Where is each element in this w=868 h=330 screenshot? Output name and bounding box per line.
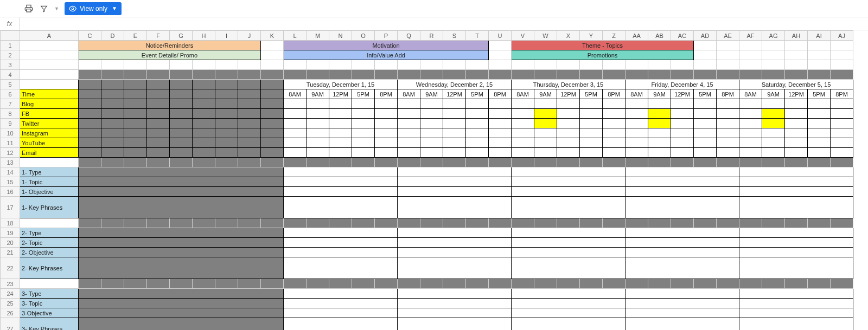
- cell[interactable]: [352, 119, 375, 128]
- cell[interactable]: [534, 158, 557, 167]
- cell[interactable]: [329, 99, 352, 109]
- cell[interactable]: [512, 138, 534, 148]
- row-header[interactable]: 7: [1, 99, 20, 109]
- cell[interactable]: [238, 89, 261, 99]
- legend-event[interactable]: Event Details/ Promo: [79, 50, 261, 60]
- time-slot[interactable]: 9AM: [420, 89, 443, 99]
- cell[interactable]: [79, 109, 101, 119]
- cell[interactable]: [193, 109, 215, 119]
- cell[interactable]: [170, 158, 193, 167]
- meta-cell[interactable]: [739, 299, 853, 308]
- cell[interactable]: [398, 138, 420, 148]
- cell[interactable]: [831, 279, 853, 289]
- cell[interactable]: [261, 89, 284, 99]
- cell[interactable]: [808, 148, 831, 158]
- time-slot[interactable]: 12PM: [443, 89, 466, 99]
- col-header[interactable]: AI: [808, 31, 831, 41]
- cell[interactable]: [79, 158, 101, 167]
- meta-cell[interactable]: [626, 248, 739, 257]
- time-slot[interactable]: 8PM: [603, 89, 626, 99]
- cell[interactable]: [694, 70, 717, 80]
- cell[interactable]: [443, 119, 466, 128]
- cell[interactable]: [193, 99, 215, 109]
- cell[interactable]: [557, 158, 580, 167]
- cell[interactable]: [762, 119, 785, 128]
- cell[interactable]: [626, 158, 648, 167]
- meta-cell[interactable]: [398, 238, 512, 248]
- cell[interactable]: [193, 148, 215, 158]
- cell[interactable]: [147, 218, 170, 228]
- cell[interactable]: [79, 148, 101, 158]
- cell[interactable]: [215, 279, 238, 289]
- cell[interactable]: [193, 70, 215, 80]
- cell[interactable]: [603, 138, 626, 148]
- gray-block[interactable]: [79, 289, 284, 299]
- cell[interactable]: [261, 148, 284, 158]
- cell[interactable]: [762, 138, 785, 148]
- day-header[interactable]: Saturday, December 5, 15: [739, 80, 853, 89]
- meta-cell[interactable]: [284, 308, 398, 318]
- row-header[interactable]: 22: [1, 257, 20, 279]
- cell[interactable]: [329, 70, 352, 80]
- cell[interactable]: [534, 148, 557, 158]
- cell[interactable]: [20, 218, 79, 228]
- cell[interactable]: [762, 279, 785, 289]
- col-header[interactable]: U: [489, 31, 512, 41]
- cell[interactable]: [307, 119, 329, 128]
- cell[interactable]: [512, 148, 534, 158]
- meta-cell[interactable]: [398, 187, 512, 197]
- cell[interactable]: [512, 128, 534, 138]
- cell[interactable]: [671, 109, 694, 119]
- cell[interactable]: [398, 279, 420, 289]
- cell[interactable]: [603, 148, 626, 158]
- cell[interactable]: [193, 158, 215, 167]
- cell[interactable]: [831, 109, 853, 119]
- cell[interactable]: [261, 70, 284, 80]
- cell[interactable]: [215, 138, 238, 148]
- meta-cell[interactable]: [512, 228, 626, 238]
- cell[interactable]: [762, 70, 785, 80]
- cell[interactable]: [762, 218, 785, 228]
- cell[interactable]: [580, 60, 603, 70]
- cell[interactable]: [79, 89, 101, 99]
- cell[interactable]: [284, 60, 307, 70]
- gray-block[interactable]: [79, 299, 284, 308]
- cell[interactable]: [808, 50, 831, 60]
- meta-cell[interactable]: [398, 318, 512, 331]
- time-slot[interactable]: 8PM: [717, 89, 739, 99]
- cell[interactable]: [671, 158, 694, 167]
- cell[interactable]: [626, 279, 648, 289]
- cell[interactable]: [808, 158, 831, 167]
- cell[interactable]: [124, 148, 147, 158]
- time-slot[interactable]: 8AM: [739, 89, 762, 99]
- cell[interactable]: [193, 60, 215, 70]
- cell[interactable]: [648, 279, 671, 289]
- row-header[interactable]: 15: [1, 177, 20, 187]
- cell[interactable]: [808, 70, 831, 80]
- gray-block[interactable]: [79, 238, 284, 248]
- gray-block[interactable]: [79, 318, 284, 331]
- cell[interactable]: [717, 60, 739, 70]
- cell[interactable]: [694, 60, 717, 70]
- cell[interactable]: [626, 218, 648, 228]
- label-channel[interactable]: Twitter: [20, 119, 79, 128]
- cell[interactable]: [124, 80, 147, 89]
- cell[interactable]: [124, 138, 147, 148]
- cell[interactable]: [261, 119, 284, 128]
- cell[interactable]: [512, 109, 534, 119]
- cell[interactable]: [307, 128, 329, 138]
- cell[interactable]: [124, 109, 147, 119]
- col-header[interactable]: L: [284, 31, 307, 41]
- meta-cell[interactable]: [739, 177, 853, 187]
- day-header[interactable]: Tuesday, December 1, 15: [284, 80, 398, 89]
- cell[interactable]: [420, 99, 443, 109]
- meta-cell[interactable]: [739, 197, 853, 218]
- gray-block[interactable]: [79, 228, 284, 238]
- row-header[interactable]: 18: [1, 218, 20, 228]
- row-header[interactable]: 21: [1, 248, 20, 257]
- cell[interactable]: [238, 279, 261, 289]
- cell[interactable]: [717, 50, 739, 60]
- row-header[interactable]: 1: [1, 41, 20, 50]
- cell[interactable]: [489, 138, 512, 148]
- cell[interactable]: [489, 148, 512, 158]
